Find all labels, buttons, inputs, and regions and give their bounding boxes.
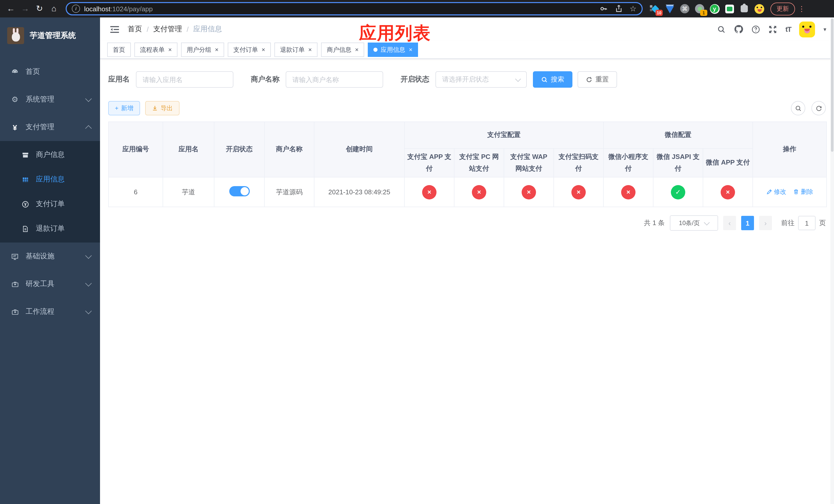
breadcrumb-home[interactable]: 首页 xyxy=(128,25,142,34)
sidebar-item-workflow[interactable]: 工作流程 xyxy=(0,298,100,326)
close-icon[interactable]: × xyxy=(215,47,219,53)
sidebar-item-merchant-info[interactable]: 商户信息 xyxy=(0,142,100,167)
tab-refund-orders[interactable]: 退款订单 × xyxy=(275,43,317,57)
tab-pay-orders[interactable]: 支付订单 × xyxy=(228,43,271,57)
user-menu-caret-icon[interactable]: ▾ xyxy=(824,26,826,32)
sidebar-fold-icon[interactable] xyxy=(110,25,119,33)
bookmark-star-icon[interactable]: ☆ xyxy=(630,4,637,13)
extension-tabs-icon[interactable]: 10 xyxy=(650,4,660,14)
sidebar-item-payment[interactable]: ¥ 支付管理 xyxy=(0,113,100,141)
goto-page-input[interactable] xyxy=(798,216,815,230)
sidebar-item-pay-orders[interactable]: 支付订单 xyxy=(0,192,100,216)
scrollbar-thumb[interactable] xyxy=(831,19,833,152)
tab-user-group[interactable]: 用户分组 × xyxy=(181,43,224,57)
breadcrumb: 首页 / 支付管理 / 应用信息 xyxy=(128,25,222,34)
sidebar-item-app-info[interactable]: 应用信息 xyxy=(0,167,100,192)
page-number-1[interactable]: 1 xyxy=(741,216,754,230)
site-info-icon[interactable]: i xyxy=(72,5,80,13)
help-icon[interactable] xyxy=(752,25,761,33)
cell-create-time: 2021-10-23 08:49:25 xyxy=(314,177,404,207)
sidebar-item-infrastructure[interactable]: 基础设施 xyxy=(0,243,100,270)
search-icon[interactable] xyxy=(717,25,726,33)
status-select[interactable]: 请选择开启状态 xyxy=(436,71,527,88)
forward-icon[interactable]: → xyxy=(19,2,32,15)
extension-gem-icon[interactable] xyxy=(665,4,675,14)
refresh-icon[interactable] xyxy=(811,101,826,115)
col-group-wechat: 微信配置 xyxy=(603,122,753,148)
page-size-select[interactable]: 10条/页 xyxy=(670,215,718,231)
wechat-mini-status-icon: × xyxy=(621,185,636,199)
sidebar-item-system[interactable]: ⚙ 系统管理 xyxy=(0,86,100,113)
breadcrumb-payment[interactable]: 支付管理 xyxy=(153,25,182,34)
close-icon[interactable]: × xyxy=(262,47,265,53)
document-icon xyxy=(21,225,30,232)
extension-chat-icon[interactable] xyxy=(724,4,734,14)
col-operation: 操作 xyxy=(753,122,827,177)
goto-label: 前往 xyxy=(781,219,794,228)
alipay-wap-status-icon: × xyxy=(522,185,536,199)
app-logo[interactable]: 芋道管理系统 xyxy=(0,18,100,47)
password-key-icon[interactable] xyxy=(599,5,608,13)
sidebar-item-dev-tools[interactable]: 研发工具 xyxy=(0,270,100,298)
prev-page-button[interactable]: ‹ xyxy=(723,216,736,230)
sidebar-item-label: 支付订单 xyxy=(36,200,65,209)
shop-icon xyxy=(21,151,30,159)
back-icon[interactable]: ← xyxy=(4,2,18,15)
tab-label: 首页 xyxy=(113,45,125,54)
table-row: 6 芋道 芋道源码 2021-10-23 08:49:25 × × × × × … xyxy=(109,177,827,207)
tab-merchant-info[interactable]: 商户信息 × xyxy=(321,43,364,57)
alipay-qr-status-icon: × xyxy=(571,185,586,199)
font-size-icon[interactable]: tT xyxy=(786,25,791,33)
reload-icon[interactable]: ↻ xyxy=(33,2,46,15)
tab-home[interactable]: 首页 xyxy=(107,43,131,57)
tab-process-form[interactable]: 流程表单 × xyxy=(134,43,177,57)
next-page-button[interactable]: › xyxy=(759,216,772,230)
status-toggle[interactable] xyxy=(229,186,249,197)
extension-badge: 1 xyxy=(700,10,707,16)
col-alipay-app: 支付宝 APP 支付 xyxy=(404,148,454,177)
home-icon[interactable]: ⌂ xyxy=(47,2,61,15)
extension-command-icon[interactable]: ⌘ xyxy=(680,4,690,14)
url-text[interactable]: localhost:1024/pay/app xyxy=(84,5,595,13)
close-icon[interactable]: × xyxy=(308,47,312,53)
plus-icon: + xyxy=(115,105,118,112)
sidebar-item-home[interactable]: 首页 xyxy=(0,58,100,86)
extension-recorder-icon[interactable]: 1 xyxy=(695,4,705,14)
merchant-name-input[interactable] xyxy=(286,71,383,88)
alipay-pc-status-icon: × xyxy=(472,185,486,199)
fullscreen-icon[interactable] xyxy=(769,25,777,33)
wechat-jsapi-status-icon: ✓ xyxy=(671,185,685,199)
tab-label: 支付订单 xyxy=(233,45,258,54)
reset-button[interactable]: 重置 xyxy=(577,71,617,88)
github-icon[interactable] xyxy=(734,25,744,34)
chrome-update-button[interactable]: 更新 xyxy=(770,2,795,15)
close-icon[interactable]: × xyxy=(409,47,412,53)
close-icon[interactable]: × xyxy=(355,47,358,53)
extension-emoji-icon[interactable] xyxy=(754,4,764,14)
alipay-app-status-icon: × xyxy=(422,185,437,199)
sidebar-item-refund-orders[interactable]: 退款订单 xyxy=(0,216,100,241)
extension-y-icon[interactable]: y xyxy=(709,4,720,14)
delete-link[interactable]: 删除 xyxy=(793,188,813,197)
delete-link-label: 删除 xyxy=(801,188,813,197)
search-form: 应用名 商户名称 开启状态 请选择开启状态 搜索 xyxy=(108,71,826,88)
sidebar-item-label: 研发工具 xyxy=(26,279,54,289)
gear-icon: ⚙ xyxy=(10,95,20,104)
user-avatar[interactable] xyxy=(799,21,815,37)
show-search-icon[interactable] xyxy=(791,101,805,115)
breadcrumb-current: 应用信息 xyxy=(193,25,222,34)
logo-rabbit-image xyxy=(7,27,24,44)
export-button[interactable]: 导出 xyxy=(145,101,179,115)
search-button[interactable]: 搜索 xyxy=(533,71,572,88)
share-icon[interactable] xyxy=(615,5,622,13)
briefcase-icon xyxy=(10,280,20,288)
address-bar[interactable]: i localhost:1024/pay/app ☆ xyxy=(66,2,643,15)
app-name-input[interactable] xyxy=(136,71,233,88)
add-button[interactable]: + 新增 xyxy=(108,101,140,115)
tab-label: 商户信息 xyxy=(327,45,351,54)
page-scrollbar[interactable] xyxy=(830,18,834,504)
close-icon[interactable]: × xyxy=(168,47,172,53)
extensions-puzzle-icon[interactable] xyxy=(739,4,749,14)
browser-menu-icon[interactable]: ⋮ xyxy=(798,5,805,13)
edit-link[interactable]: 修改 xyxy=(766,188,786,197)
